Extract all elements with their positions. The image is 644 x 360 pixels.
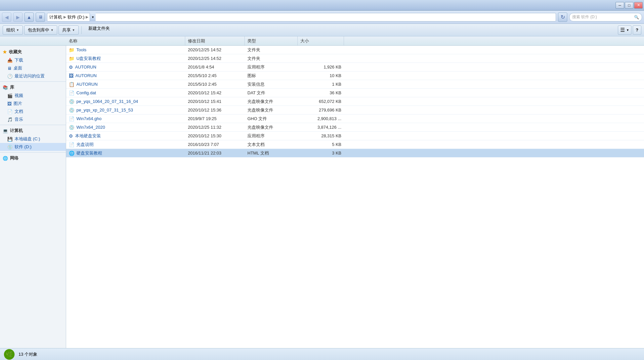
sidebar-item-local-c[interactable]: 💾 本地磁盘 (C:) — [0, 135, 66, 143]
table-row[interactable]: ⚙ AUTORUN 2016/1/8 4:54 应用程序 1,926 KB — [66, 63, 644, 71]
search-icon: 🔍 — [634, 15, 639, 20]
sidebar-item-download[interactable]: 📥 下载 — [0, 56, 66, 64]
file-date-cell: 2020/12/25 14:52 — [185, 56, 245, 61]
file-type-icon: 📄 — [69, 116, 74, 121]
maximize-button[interactable]: □ — [625, 2, 633, 9]
search-bar[interactable]: 搜索 软件 (D:) 🔍 — [569, 13, 642, 22]
include-library-button[interactable]: 包含到库中 ▼ — [24, 25, 57, 35]
content-area: 名称 修改日期 类型 大小 ★ 收藏夹 📥 下载 🖥 桌面 — [0, 36, 644, 348]
minimize-button[interactable]: ─ — [616, 2, 624, 9]
sidebar-item-music[interactable]: 🎵 音乐 — [0, 115, 66, 123]
table-row[interactable]: 📋 AUTORUN 2015/5/10 2:45 安装信息 1 KB — [66, 80, 644, 89]
file-type-cell: GHO 文件 — [245, 116, 298, 122]
view-button[interactable]: ☰ ▼ — [618, 25, 631, 35]
documents-icon: 📄 — [7, 109, 13, 114]
file-size-cell: 279,696 KB — [298, 108, 344, 112]
organize-arrow: ▼ — [16, 28, 19, 32]
forward-button[interactable]: ▶ — [13, 13, 22, 22]
file-type-icon: 📁 — [69, 56, 74, 61]
divider-2 — [0, 125, 66, 125]
sidebar-item-recent[interactable]: 🕐 最近访问的位置 — [0, 72, 66, 80]
back-button[interactable]: ◀ — [2, 13, 11, 22]
file-date-cell: 2016/10/23 7:07 — [185, 142, 245, 147]
col-header-name[interactable]: 名称 — [66, 36, 185, 45]
file-type-cell: HTML 文档 — [245, 150, 298, 156]
file-name-cell: 🖼 AUTORUN — [66, 73, 185, 78]
drive-d-icon: 💿 — [7, 145, 13, 150]
file-name: Config.dat — [76, 90, 96, 95]
status-app-icon: 🌿 — [4, 349, 15, 360]
file-name-cell: 📁 U盘安装教程 — [66, 56, 185, 62]
documents-label: 文档 — [15, 109, 23, 114]
sidebar-item-documents[interactable]: 📄 文档 — [0, 108, 66, 115]
close-button[interactable]: ✕ — [634, 2, 643, 9]
file-name: 硬盘安装教程 — [76, 150, 102, 156]
file-size-cell: 10 KB — [298, 73, 344, 78]
download-icon: 📥 — [7, 58, 13, 63]
table-row[interactable]: 🌐 硬盘安装教程 2016/11/21 22:03 HTML 文档 3 KB — [66, 149, 644, 158]
file-type-cell: 应用程序 — [245, 133, 298, 139]
share-label: 共享 — [62, 27, 71, 33]
file-area[interactable]: 📁 Tools 2020/12/25 14:52 文件夹 📁 U盘安装教程 20… — [66, 46, 644, 348]
view-arrow: ▼ — [626, 28, 629, 32]
local-c-label: 本地磁盘 (C:) — [15, 136, 40, 142]
file-date-cell: 2016/11/21 22:03 — [185, 151, 245, 156]
table-row[interactable]: 📁 Tools 2020/12/25 14:52 文件夹 — [66, 46, 644, 54]
local-c-icon: 💾 — [7, 137, 13, 142]
sidebar-favorites-header: ★ 收藏夹 — [0, 48, 66, 56]
library-label: 库 — [10, 84, 14, 90]
library-icon: 📚 — [3, 85, 8, 90]
breadcrumb-drive[interactable]: 软件 (D:) — [67, 14, 84, 20]
music-icon: 🎵 — [7, 117, 13, 122]
file-name: pe_yqs_1064_20_07_31_16_04 — [76, 99, 138, 104]
col-header-type[interactable]: 类型 — [245, 36, 298, 45]
breadcrumb-computer[interactable]: 计算机 — [49, 14, 62, 20]
table-row[interactable]: 📄 光盘说明 2016/10/23 7:07 文本文档 5 KB — [66, 140, 644, 149]
file-name: AUTORUN — [75, 65, 96, 69]
refresh-button[interactable]: ↻ — [558, 13, 567, 22]
sidebar-item-desktop[interactable]: 🖥 桌面 — [0, 64, 66, 72]
breadcrumb-dropdown[interactable]: ▼ — [90, 13, 96, 22]
organize-button[interactable]: 组织 ▼ — [3, 25, 23, 35]
file-size-cell: 1,926 KB — [298, 65, 344, 69]
new-folder-button[interactable]: 新建文件夹 — [84, 25, 114, 35]
share-button[interactable]: 共享 ▼ — [59, 25, 79, 35]
file-date-cell: 2020/10/12 15:36 — [185, 108, 245, 112]
table-row[interactable]: 📄 Config.dat 2020/10/12 15:42 DAT 文件 36 … — [66, 89, 644, 97]
col-header-size[interactable]: 大小 — [298, 36, 344, 45]
breadcrumb[interactable]: 计算机 ▶ 软件 (D:) ▶ ▼ — [47, 13, 556, 22]
table-row[interactable]: 💿 pe_yqs_xp_20_07_31_15_53 2020/10/12 15… — [66, 106, 644, 114]
drive-d-label: 软件 (D:) — [15, 144, 31, 150]
help-button[interactable]: ? — [633, 25, 641, 35]
file-type-icon: 📁 — [69, 47, 74, 53]
sidebar-item-drive-d[interactable]: 💿 软件 (D:) — [0, 143, 66, 151]
file-date-cell: 2020/12/25 14:52 — [185, 47, 245, 52]
table-row[interactable]: ⚙ 本地硬盘安装 2020/10/12 15:30 应用程序 28,315 KB — [66, 132, 644, 140]
col-header-date[interactable]: 修改日期 — [185, 36, 245, 45]
table-row[interactable]: 📄 Win7x64.gho 2019/9/7 19:25 GHO 文件 2,90… — [66, 114, 644, 123]
table-row[interactable]: 💿 Win7x64_2020 2020/12/25 11:32 光盘映像文件 3… — [66, 123, 644, 132]
file-date-cell: 2020/10/12 15:41 — [185, 99, 245, 104]
file-type-cell: 图标 — [245, 73, 298, 79]
computer-icon: 💻 — [3, 128, 8, 133]
table-row[interactable]: 📁 U盘安装教程 2020/12/25 14:52 文件夹 — [66, 54, 644, 63]
file-name: Win7x64.gho — [76, 116, 102, 121]
network-icon: 🌐 — [3, 156, 8, 161]
sidebar-item-pictures[interactable]: 🖼 图片 — [0, 100, 66, 108]
file-name: AUTORUN — [76, 82, 98, 87]
file-type-cell: 安装信息 — [245, 81, 298, 87]
share-arrow: ▼ — [72, 28, 75, 32]
file-type-icon: 📄 — [69, 142, 74, 147]
file-name: U盘安装教程 — [76, 56, 101, 62]
file-name-cell: 💿 pe_yqs_1064_20_07_31_16_04 — [66, 99, 185, 104]
file-type-cell: 文本文档 — [245, 142, 298, 148]
up-button[interactable]: ▲ — [24, 13, 34, 22]
sidebar-item-video[interactable]: 🎬 视频 — [0, 92, 66, 100]
table-row[interactable]: 💿 pe_yqs_1064_20_07_31_16_04 2020/10/12 … — [66, 97, 644, 106]
video-label: 视频 — [15, 93, 23, 99]
sidebar-favorites: ★ 收藏夹 📥 下载 🖥 桌面 🕐 最近访问的位置 — [0, 48, 66, 80]
file-type-icon: ⚙ — [69, 133, 73, 139]
table-row[interactable]: 🖼 AUTORUN 2015/5/10 2:45 图标 10 KB — [66, 71, 644, 80]
file-type-icon: 🌐 — [69, 151, 74, 156]
file-name-cell: 📄 光盘说明 — [66, 142, 185, 148]
